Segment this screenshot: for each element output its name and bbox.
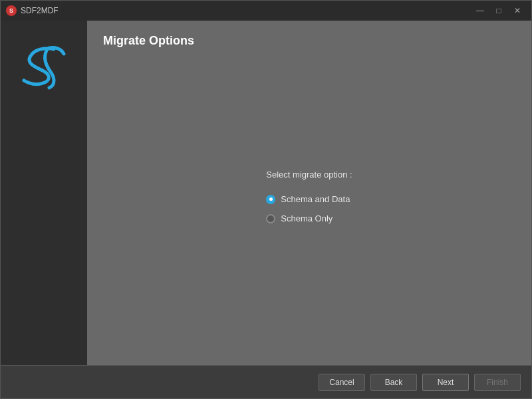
logo-svg [17, 37, 70, 90]
option-label: Select migrate option : [266, 170, 352, 180]
logo [14, 34, 74, 94]
app-window: S SDF2MDF — □ ✕ Migrate Opt [0, 0, 532, 399]
radio-label-schema-and-data: Schema and Data [281, 194, 350, 204]
radio-input-schema-only[interactable] [266, 214, 275, 223]
radio-label-schema-only: Schema Only [281, 213, 332, 223]
window-title: SDF2MDF [21, 6, 59, 15]
title-bar-left: S SDF2MDF [6, 5, 59, 16]
page-body: Select migrate option : Schema and Data … [87, 55, 531, 365]
title-bar: S SDF2MDF — □ ✕ [1, 1, 531, 21]
radio-option-schema-and-data[interactable]: Schema and Data [266, 194, 352, 204]
close-button[interactable]: ✕ [509, 4, 526, 17]
content-area: Migrate Options Select migrate option : … [87, 21, 531, 365]
page-title: Migrate Options [103, 34, 515, 48]
radio-option-schema-only[interactable]: Schema Only [266, 213, 352, 223]
next-button[interactable]: Next [422, 374, 469, 391]
app-icon: S [6, 5, 17, 16]
cancel-button[interactable]: Cancel [319, 374, 365, 391]
back-button[interactable]: Back [370, 374, 417, 391]
footer: Cancel Back Next Finish [1, 365, 531, 398]
finish-button[interactable]: Finish [474, 374, 521, 391]
radio-input-schema-and-data[interactable] [266, 195, 275, 204]
page-header: Migrate Options [87, 21, 531, 55]
options-group: Select migrate option : Schema and Data … [266, 170, 352, 223]
maximize-button[interactable]: □ [490, 4, 507, 17]
window-controls: — □ ✕ [471, 4, 526, 17]
main-content: Migrate Options Select migrate option : … [1, 21, 531, 365]
minimize-button[interactable]: — [471, 4, 489, 17]
sidebar [1, 21, 87, 365]
